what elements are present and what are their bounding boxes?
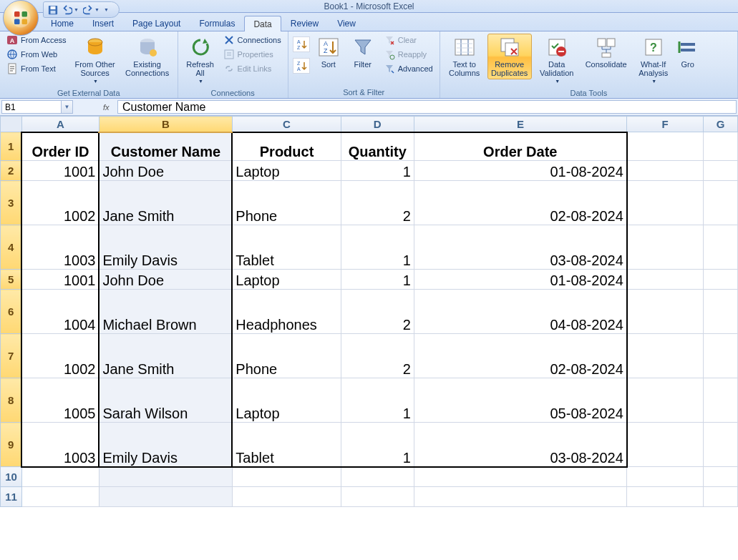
from-web-button[interactable]: From Web xyxy=(4,48,69,61)
clear-filter-button[interactable]: Clear xyxy=(382,34,435,46)
office-button[interactable] xyxy=(3,0,39,36)
cell-E3[interactable]: 02-08-2024 xyxy=(414,181,627,225)
cell-D4[interactable]: 1 xyxy=(341,225,414,270)
row-header-10[interactable]: 10 xyxy=(1,467,22,487)
cell-C2[interactable]: Laptop xyxy=(232,161,341,181)
cell-C8[interactable]: Laptop xyxy=(232,378,341,423)
row-header-11[interactable]: 11 xyxy=(1,487,22,507)
save-button[interactable] xyxy=(48,5,58,15)
cell-D8[interactable]: 1 xyxy=(341,378,414,423)
cell-C11[interactable] xyxy=(232,487,341,507)
row-header-7[interactable]: 7 xyxy=(1,334,22,378)
row-header-1[interactable]: 1 xyxy=(1,132,22,161)
sort-asc-button[interactable]: AZ xyxy=(293,36,310,52)
cell-E5[interactable]: 01-08-2024 xyxy=(414,270,627,290)
cell-A3[interactable]: 1002 xyxy=(21,181,99,225)
cell-B1[interactable]: Customer Name xyxy=(99,132,232,161)
cell-E7[interactable]: 02-08-2024 xyxy=(414,334,627,378)
text-to-columns-button[interactable]: Text to Columns xyxy=(445,34,485,79)
refresh-all-button[interactable]: Refresh All ▼ xyxy=(183,34,218,88)
column-header-A[interactable]: A xyxy=(21,117,99,132)
cell-F6[interactable] xyxy=(627,290,704,334)
select-all-corner[interactable] xyxy=(1,117,22,132)
cell-F2[interactable] xyxy=(627,161,704,181)
group-button[interactable]: Gro xyxy=(676,34,699,71)
column-header-C[interactable]: C xyxy=(232,117,341,132)
cell-G2[interactable] xyxy=(704,161,738,181)
tab-page-layout[interactable]: Page Layout xyxy=(123,15,190,31)
cell-F3[interactable] xyxy=(627,181,704,225)
cell-G4[interactable] xyxy=(704,225,738,270)
row-header-2[interactable]: 2 xyxy=(1,161,22,181)
cell-F8[interactable] xyxy=(627,378,704,423)
cell-G11[interactable] xyxy=(704,487,738,507)
cell-G9[interactable] xyxy=(704,423,738,467)
cell-B3[interactable]: Jane Smith xyxy=(99,181,232,225)
advanced-filter-button[interactable]: Advanced xyxy=(382,62,435,75)
fx-icon[interactable]: fx xyxy=(102,102,113,113)
cell-A4[interactable]: 1003 xyxy=(21,225,99,270)
row-header-4[interactable]: 4 xyxy=(1,225,22,270)
cell-C7[interactable]: Phone xyxy=(232,334,341,378)
cell-B6[interactable]: Michael Brown xyxy=(99,290,232,334)
cell-E8[interactable]: 05-08-2024 xyxy=(414,378,627,423)
cell-F10[interactable] xyxy=(627,467,704,487)
column-header-B[interactable]: B xyxy=(99,117,232,132)
cell-C6[interactable]: Headphones xyxy=(232,290,341,334)
cell-B11[interactable] xyxy=(99,487,232,507)
cell-C1[interactable]: Product xyxy=(232,132,341,161)
cell-A1[interactable]: Order ID xyxy=(21,132,99,161)
name-box[interactable]: B1 ▼ xyxy=(1,100,73,114)
cell-A2[interactable]: 1001 xyxy=(21,161,99,181)
what-if-button[interactable]: ? What-If Analysis ▼ xyxy=(633,34,674,88)
sort-desc-button[interactable]: ZA xyxy=(293,58,310,74)
column-header-D[interactable]: D xyxy=(341,117,414,132)
cell-E2[interactable]: 01-08-2024 xyxy=(414,161,627,181)
cell-B9[interactable]: Emily Davis xyxy=(99,423,232,467)
tab-review[interactable]: Review xyxy=(281,15,328,31)
sort-button[interactable]: AZ Sort xyxy=(313,34,344,71)
column-header-E[interactable]: E xyxy=(414,117,627,132)
cell-C3[interactable]: Phone xyxy=(232,181,341,225)
from-access-button[interactable]: A From Access xyxy=(4,34,69,46)
properties-button[interactable]: Properties xyxy=(221,48,283,61)
cell-A10[interactable] xyxy=(21,467,99,487)
cell-E1[interactable]: Order Date xyxy=(414,132,627,161)
cell-B7[interactable]: Jane Smith xyxy=(99,334,232,378)
cell-G5[interactable] xyxy=(704,270,738,290)
cell-A11[interactable] xyxy=(21,487,99,507)
cell-F1[interactable] xyxy=(627,132,704,161)
cell-B4[interactable]: Emily Davis xyxy=(99,225,232,270)
cell-A5[interactable]: 1001 xyxy=(21,270,99,290)
chevron-down-icon[interactable]: ▼ xyxy=(74,7,79,12)
redo-button[interactable]: ▼ xyxy=(83,5,99,15)
cell-D2[interactable]: 1 xyxy=(341,161,414,181)
cell-F7[interactable] xyxy=(627,334,704,378)
cell-D3[interactable]: 2 xyxy=(341,181,414,225)
tab-data[interactable]: Data xyxy=(244,16,281,31)
reapply-button[interactable]: Reapply xyxy=(382,48,435,61)
cell-C10[interactable] xyxy=(232,467,341,487)
cell-E10[interactable] xyxy=(414,467,627,487)
data-validation-button[interactable]: Data Validation ▼ xyxy=(535,34,579,88)
tab-formulas[interactable]: Formulas xyxy=(190,15,244,31)
worksheet-grid[interactable]: ABCDEFG1Order IDCustomer NameProductQuan… xyxy=(0,116,738,559)
chevron-down-icon[interactable]: ▼ xyxy=(94,7,99,12)
cell-G10[interactable] xyxy=(704,467,738,487)
cell-B2[interactable]: John Doe xyxy=(99,161,232,181)
cell-D11[interactable] xyxy=(341,487,414,507)
cell-F11[interactable] xyxy=(627,487,704,507)
cell-D6[interactable]: 2 xyxy=(341,290,414,334)
cell-A7[interactable]: 1002 xyxy=(21,334,99,378)
filter-button[interactable]: Filter xyxy=(347,34,379,71)
row-header-5[interactable]: 5 xyxy=(1,270,22,290)
undo-button[interactable]: ▼ xyxy=(62,5,79,15)
cell-A8[interactable]: 1005 xyxy=(21,378,99,423)
cell-C4[interactable]: Tablet xyxy=(232,225,341,270)
cell-D7[interactable]: 2 xyxy=(341,334,414,378)
from-other-sources-button[interactable]: From Other Sources ▼ xyxy=(72,34,119,88)
cell-G3[interactable] xyxy=(704,181,738,225)
existing-connections-button[interactable]: Existing Connections xyxy=(122,34,173,79)
row-header-6[interactable]: 6 xyxy=(1,290,22,334)
cell-G8[interactable] xyxy=(704,378,738,423)
